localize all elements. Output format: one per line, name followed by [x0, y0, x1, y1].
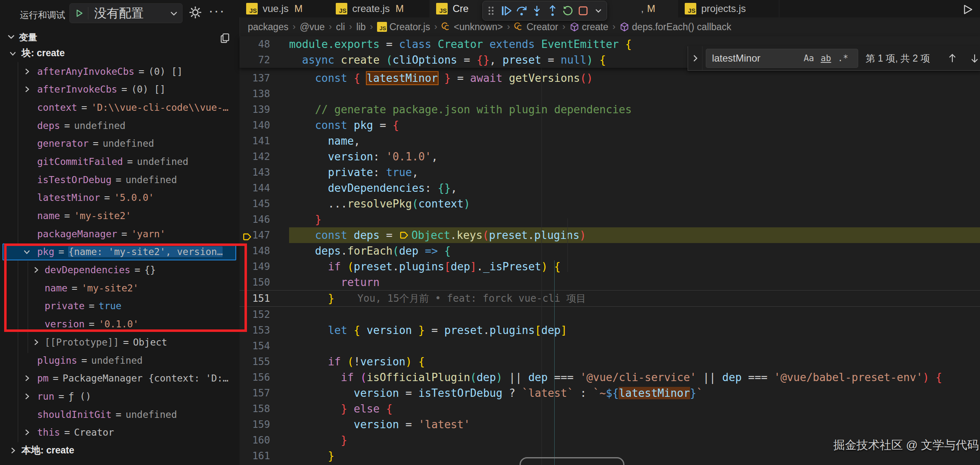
- variable-row-pm[interactable]: pm=PackageManager {context: 'D:…: [0, 369, 240, 387]
- debug-config-dropdown[interactable]: 没有配置: [69, 3, 183, 23]
- variable-row-isTestOrDebug[interactable]: isTestOrDebug=undefined: [0, 171, 240, 189]
- code-line-150[interactable]: 150 return: [240, 274, 980, 290]
- line-number: 152: [240, 309, 289, 320]
- start-debug-icon[interactable]: [70, 7, 88, 19]
- chevron-right-icon[interactable]: [22, 392, 31, 401]
- breadcrumb-item[interactable]: deps.forEach() callback: [619, 21, 731, 33]
- code-line-153[interactable]: 153 let { version } = preset.plugins[dep…: [240, 322, 980, 338]
- breadcrumb-item[interactable]: JSCreator.js: [377, 21, 430, 33]
- chevron-down-icon[interactable]: [166, 9, 182, 18]
- breadcrumb-separator: ›: [434, 21, 437, 32]
- code-line-152[interactable]: 152: [240, 307, 980, 322]
- code-line-147[interactable]: 147 const deps = Object.keys(preset.plug…: [240, 227, 980, 243]
- chevron-right-icon[interactable]: [22, 85, 31, 94]
- run-file-icon[interactable]: [961, 3, 974, 16]
- code-line-139[interactable]: 139 // generate package.json with plugin…: [240, 102, 980, 117]
- chevron-right-icon[interactable]: [31, 338, 40, 347]
- tab-vuejs[interactable]: JSvue.jsM: [240, 0, 330, 17]
- chevron-right-icon[interactable]: [22, 428, 31, 437]
- line-number: 72: [240, 54, 289, 66]
- code-line-143[interactable]: 143 private: true,: [240, 165, 980, 180]
- code-line-142[interactable]: 142 version: '0.1.0',: [240, 149, 980, 165]
- code-line-156[interactable]: 156 if (isOfficialPlugin(dep) || dep ===…: [240, 370, 980, 385]
- variable-row-name[interactable]: name='my-site2': [0, 207, 240, 225]
- variable-row-private[interactable]: private=true: [0, 297, 240, 315]
- variable-row-afterAnyInvokeCbs[interactable]: afterAnyInvokeCbs=(0) []: [0, 62, 240, 81]
- drag-grip-icon[interactable]: [484, 4, 498, 18]
- variable-row-this[interactable]: this=Creator: [0, 423, 240, 441]
- copy-value-icon[interactable]: [219, 32, 231, 44]
- step-out-icon[interactable]: [546, 4, 560, 18]
- variable-row-generator[interactable]: generator=undefined: [0, 134, 240, 153]
- variable-row-name[interactable]: name='my-site2': [0, 279, 240, 297]
- variable-row-plugins[interactable]: plugins=undefined: [0, 351, 240, 370]
- chevron-down-icon[interactable]: [591, 4, 605, 18]
- chevron-down-icon[interactable]: [22, 247, 31, 256]
- breadcrumb-item[interactable]: create: [569, 21, 608, 33]
- step-over-icon[interactable]: [515, 4, 529, 18]
- breadcrumb-item[interactable]: Creator: [514, 21, 558, 33]
- variable-row-version[interactable]: version='0.1.0': [0, 315, 240, 333]
- previous-match-icon[interactable]: [947, 52, 958, 64]
- scope-header-block-create[interactable]: 块: create: [0, 44, 240, 62]
- code-editor[interactable]: 137 const { latestMinor } = await getVer…: [240, 36, 980, 465]
- code-line-137[interactable]: 137 const { latestMinor } = await getVer…: [240, 70, 980, 86]
- variable-row-gitCommitFailed[interactable]: gitCommitFailed=undefined: [0, 153, 240, 171]
- chevron-down-icon[interactable]: [7, 32, 17, 43]
- code-line-157[interactable]: 157 version = isTestOrDebug ? `latest` :…: [240, 385, 980, 401]
- variable-row-deps[interactable]: deps=undefined: [0, 117, 240, 135]
- code-line-138[interactable]: 138: [240, 86, 980, 102]
- code-line-158[interactable]: 158 } else {: [240, 401, 980, 417]
- more-actions-icon[interactable]: ···: [209, 2, 225, 19]
- chevron-right-icon[interactable]: [22, 374, 31, 383]
- find-input-box: Aa ab .*: [706, 49, 858, 68]
- toggle-replace-icon[interactable]: [688, 46, 702, 70]
- gear-icon[interactable]: [188, 5, 203, 20]
- regex-icon[interactable]: .*: [838, 53, 848, 63]
- code-line-148[interactable]: 148 deps.forEach(dep => {: [240, 243, 980, 259]
- scope-header-local-create[interactable]: 本地: create: [0, 441, 240, 460]
- breadcrumb-item[interactable]: cli: [336, 21, 345, 33]
- code-line-151[interactable]: 151 }You, 15个月前 • feat: forck vue-cli 项目: [240, 290, 980, 307]
- breadcrumb-item[interactable]: packages: [248, 21, 288, 33]
- variable-row-devDependencies[interactable]: devDependencies={}: [0, 261, 240, 279]
- match-case-icon[interactable]: Aa: [804, 53, 814, 63]
- code-line-155[interactable]: 155 if (!version) {: [240, 354, 980, 370]
- code-line-145[interactable]: 145 ...resolvePkg(context): [240, 196, 980, 212]
- code-line-140[interactable]: 140 const pkg = {: [240, 117, 980, 133]
- variable-row-shouldInitGit[interactable]: shouldInitGit=undefined: [0, 405, 240, 424]
- stop-icon[interactable]: [576, 4, 590, 18]
- variable-row-Prototype[interactable]: [[Prototype]]=Object: [0, 333, 240, 351]
- breadcrumb-item[interactable]: lib: [356, 21, 366, 33]
- code-line-146[interactable]: 146 }: [240, 212, 980, 227]
- continue-icon[interactable]: [499, 4, 513, 18]
- step-into-icon[interactable]: [530, 4, 544, 18]
- line-number: 48: [240, 38, 289, 50]
- next-match-icon[interactable]: [969, 52, 980, 64]
- code-line-154[interactable]: 154: [240, 338, 980, 354]
- variable-row-packageManager[interactable]: packageManager='yarn': [0, 225, 240, 243]
- tab-createjs[interactable]: JScreate.jsM: [329, 0, 430, 17]
- breadcrumb-item[interactable]: @vue: [300, 21, 325, 33]
- chevron-right-icon[interactable]: [8, 446, 17, 455]
- code-line-141[interactable]: 141 name,: [240, 133, 980, 149]
- code-line-144[interactable]: 144 devDependencies: {},: [240, 180, 980, 196]
- variable-row-context[interactable]: context='D:\\vue-cli-code\\vue-…: [0, 98, 240, 117]
- chevron-down-icon[interactable]: [8, 49, 17, 58]
- tab-projectsjs[interactable]: JSprojects.js: [678, 0, 779, 17]
- current-frame-icon[interactable]: [241, 231, 253, 243]
- variable-row-run[interactable]: run=ƒ (): [0, 387, 240, 405]
- debug-header: 运行和调试 没有配置 ···: [0, 0, 240, 29]
- variable-row-afterInvokeCbs[interactable]: afterInvokeCbs=(0) []: [0, 80, 240, 98]
- code-line-159[interactable]: 159 version = 'latest': [240, 417, 980, 432]
- chevron-right-icon[interactable]: [31, 265, 40, 274]
- find-input[interactable]: [706, 52, 804, 64]
- variable-row-latestMinor[interactable]: latestMinor='5.0.0': [0, 189, 240, 207]
- code-line-149[interactable]: 149 if (preset.plugins[dep]._isPreset) {: [240, 259, 980, 274]
- variables-section-header[interactable]: 变量: [0, 30, 240, 45]
- chevron-right-icon[interactable]: [22, 67, 31, 76]
- restart-icon[interactable]: [561, 4, 575, 18]
- breadcrumb-item[interactable]: <unknown>: [441, 21, 503, 33]
- whole-word-icon[interactable]: ab: [821, 53, 831, 63]
- variable-row-pkg[interactable]: pkg={name: 'my-site2', version…: [0, 243, 240, 261]
